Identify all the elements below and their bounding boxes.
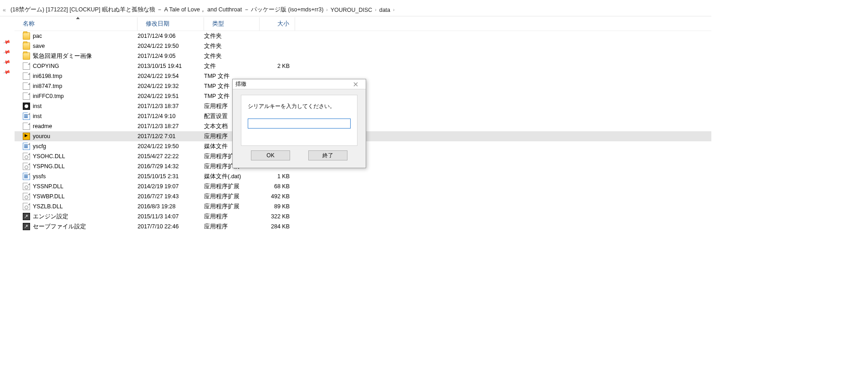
file-type: 文件夹 [204,41,260,51]
file-date: 2017/12/4 9:05 [138,51,204,61]
dll-icon [23,193,30,200]
pin-icon[interactable]: 📌 [2,68,11,77]
file-name: yourou [33,133,50,139]
dat-icon [23,143,30,150]
file-date: 2013/10/15 19:41 [138,61,204,71]
file-name: yssfs [33,173,46,180]
column-header-name[interactable]: 名称 [15,17,138,31]
file-row[interactable]: YSWBP.DLL2016/7/27 19:43应用程序扩展492 KB [15,191,711,201]
file-name: セーブファイル設定 [33,223,86,231]
file-date: 2017/12/4 9:10 [138,111,204,121]
file-type: 文件夹 [204,31,260,41]
file-name: inst [33,113,41,119]
cancel-button[interactable]: 終了 [308,150,347,160]
dat-icon [23,113,30,120]
file-row[interactable]: YSSNP.DLL2014/2/19 19:07应用程序扩展68 KB [15,181,711,191]
breadcrumb-overflow-icon[interactable]: « [3,7,9,13]
file-name: inst [33,103,41,109]
pin-icon[interactable]: 📌 [2,48,11,57]
dialog-titlebar[interactable]: 揺徹 [233,79,366,89]
file-date: 2015/4/27 22:22 [138,151,204,161]
file-date: 2024/1/22 19:50 [138,141,204,151]
pin-icon[interactable]: 📌 [2,38,11,46]
file-icon [23,93,30,100]
breadcrumb-item-0[interactable]: (18禁ゲーム) [171222] [CLOCKUP] 眠れぬ羊と孤独な狼 － … [9,6,325,14]
file-type: 应用程序扩展 [204,201,260,211]
serial-key-input[interactable] [248,119,351,129]
file-size [260,41,295,51]
column-header-size[interactable]: 大小 [260,17,295,31]
file-name: pac [33,33,42,39]
column-header-type[interactable]: 类型 [204,17,260,31]
file-date: 2017/12/3 18:27 [138,121,204,131]
file-size [260,51,295,61]
file-name: エンジン設定 [33,213,68,221]
file-name: save [33,43,45,49]
column-header-date[interactable]: 修改日期 [138,17,204,31]
file-type: 文件夹 [204,51,260,61]
file-icon [23,62,30,70]
file-type: 应用程序扩展 [204,191,260,201]
file-date: 2014/2/19 19:07 [138,181,204,191]
column-header-name-label: 名称 [23,20,35,28]
chevron-right-icon[interactable]: › [392,7,395,12]
close-icon[interactable] [347,79,365,89]
file-name: ini8747.tmp [33,83,62,89]
file-name: YSSNP.DLL [33,183,63,190]
file-date: 2016/7/27 19:43 [138,191,204,201]
breadcrumb[interactable]: « (18禁ゲーム) [171222] [CLOCKUP] 眠れぬ羊と孤独な狼 … [0,4,711,16]
exe-icon [23,133,30,140]
file-date: 2016/7/29 14:32 [138,161,204,171]
chevron-right-icon[interactable]: › [325,7,328,12]
dll-icon [23,163,30,170]
file-type: 应用程序扩展 [204,181,260,191]
file-icon [23,123,30,130]
dialog-title: 揺徹 [235,80,246,88]
file-type: 应用程序 [204,211,260,222]
file-date: 2015/11/3 14:07 [138,211,204,222]
column-header-row: 名称 修改日期 类型 大小 [15,17,711,31]
file-name: 緊急回避用ダミー画像 [33,52,92,60]
file-type: 应用程序 [204,222,260,232]
file-name: YSZLB.DLL [33,203,63,210]
ok-button[interactable]: OK [251,150,290,160]
file-date: 2024/1/22 19:32 [138,81,204,91]
file-date: 2024/1/22 19:54 [138,71,204,81]
file-name: YSPNG.DLL [33,163,65,170]
dat-icon [23,173,30,180]
chevron-right-icon[interactable]: › [374,7,377,12]
folder-icon [23,42,30,50]
file-size: 1 KB [260,171,295,181]
folder-icon [23,52,30,60]
pin-icon[interactable]: 📌 [2,58,11,67]
file-row[interactable]: セーブファイル設定2017/7/10 22:46应用程序284 KB [15,222,711,232]
file-row[interactable]: save2024/1/22 19:50文件夹 [15,41,711,51]
breadcrumb-item-1[interactable]: YOUROU_DISC [329,7,374,13]
file-size: 68 KB [260,181,295,191]
file-row[interactable]: COPYING2013/10/15 19:41文件2 KB [15,61,711,71]
file-name: readme [33,123,52,129]
app-icon [23,103,30,110]
file-date: 2017/12/3 18:37 [138,101,204,111]
file-date: 2016/8/3 19:28 [138,201,204,211]
file-row[interactable]: pac2017/12/4 9:06文件夹 [15,31,711,41]
file-icon [23,72,30,80]
dll-icon [23,183,30,190]
folder-icon [23,32,30,40]
file-row[interactable]: YSZLB.DLL2016/8/3 19:28应用程序扩展89 KB [15,201,711,211]
file-size: 2 KB [260,61,295,71]
dialog-message: シリアルキーを入力してください。 [248,103,351,110]
file-row[interactable]: yssfs2015/10/15 2:31媒体文件(.dat)1 KB [15,171,711,181]
breadcrumb-item-2[interactable]: data [378,7,392,13]
file-name: YSWBP.DLL [33,193,65,200]
file-row[interactable]: エンジン設定2015/11/3 14:07应用程序322 KB [15,211,711,222]
file-date: 2015/10/15 2:31 [138,171,204,181]
dll-icon [23,153,30,160]
serial-key-dialog: 揺徹 シリアルキーを入力してください。 OK 終了 [232,79,366,168]
file-row[interactable]: 緊急回避用ダミー画像2017/12/4 9:05文件夹 [15,51,711,61]
file-name: ini6198.tmp [33,73,62,79]
file-date: 2017/12/4 9:06 [138,31,204,41]
dialog-panel: シリアルキーを入力してください。 [241,95,357,146]
file-type: 文件 [204,61,260,71]
file-size: 492 KB [260,191,295,201]
